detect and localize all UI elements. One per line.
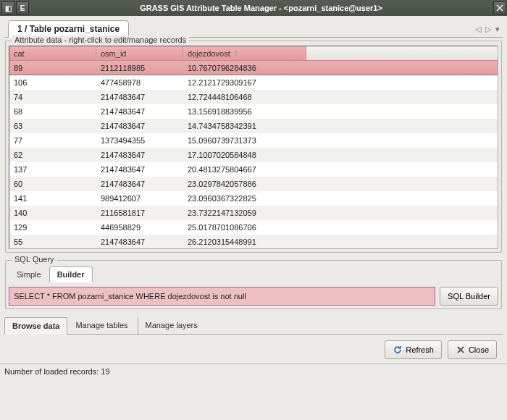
- cell-osm_id: 2147483647: [96, 90, 183, 104]
- cell-osm_id: 1373494355: [96, 133, 183, 148]
- tab-builder[interactable]: Builder: [49, 266, 93, 282]
- attribute-data-panel: Attribute data - right-click to edit/man…: [5, 41, 502, 253]
- table-row[interactable]: 89211211898510.7670796284836: [9, 61, 498, 75]
- tab-next-icon[interactable]: ▷: [485, 25, 491, 34]
- cell-doj: 23.0297842057886: [183, 177, 498, 191]
- table-row[interactable]: 62214748364717.1007020584848: [9, 148, 498, 162]
- cell-cat: 68: [9, 104, 96, 119]
- cell-doj: 10.7670796284836: [183, 61, 498, 75]
- table-header-row: cat osm_id dojezdovost⇧: [9, 46, 498, 61]
- cell-cat: 60: [9, 177, 96, 191]
- sql-query-panel: SQL Query Simple Builder SQL Builder: [5, 260, 502, 309]
- column-header-fill: [306, 46, 498, 60]
- cell-cat: 63: [9, 119, 96, 133]
- cell-doj: 20.4813275804667: [183, 162, 498, 177]
- sql-builder-button[interactable]: SQL Builder: [440, 287, 498, 306]
- cell-doj: 17.1007020584848: [183, 148, 498, 162]
- cell-doj: 25.0178701086706: [183, 220, 498, 235]
- sort-asc-icon: ⇧: [233, 49, 239, 57]
- close-btn-icon: [456, 345, 466, 355]
- table-row[interactable]: 55214748364726.2120315448991: [9, 235, 498, 249]
- cell-cat: 89: [9, 61, 96, 75]
- cell-cat: 140: [9, 206, 96, 220]
- attribute-table[interactable]: cat osm_id dojezdovost⇧ 89211211898510.7…: [9, 46, 498, 249]
- window-restore-icon[interactable]: E: [16, 1, 29, 14]
- cell-osm_id: 2112118985: [96, 61, 183, 75]
- cell-doj: 12.724448106468: [183, 90, 498, 104]
- cell-osm_id: 2147483647: [96, 235, 183, 249]
- cell-cat: 106: [9, 75, 96, 90]
- cell-osm_id: 989412607: [96, 191, 183, 206]
- bottom-tabbar: Browse data Manage tables Manage layers: [4, 316, 503, 335]
- window-title: GRASS GIS Attribute Table Manager - <poz…: [30, 4, 493, 12]
- window-titlebar: ◧ E GRASS GIS Attribute Table Manager - …: [0, 0, 507, 16]
- table-row[interactable]: 68214748364713.156918839956: [9, 104, 498, 119]
- column-header-osm-id[interactable]: osm_id: [96, 46, 183, 60]
- table-row[interactable]: 10647745897812.2121729309167: [9, 75, 498, 90]
- cell-cat: 141: [9, 191, 96, 206]
- table-row[interactable]: 137214748364720.4813275804667: [9, 162, 498, 177]
- tab-nav-controls: ◁ ▷ ▾: [475, 25, 500, 34]
- cell-osm_id: 2147483647: [96, 177, 183, 191]
- close-icon[interactable]: [493, 1, 506, 14]
- status-bar: Number of loaded records: 19: [0, 364, 507, 379]
- tab-manage-tables[interactable]: Manage tables: [67, 316, 135, 334]
- refresh-button[interactable]: Refresh: [385, 340, 442, 359]
- cell-cat: 55: [9, 235, 96, 249]
- sql-legend: SQL Query: [12, 255, 57, 264]
- table-row[interactable]: 63214748364714.7434758342391: [9, 119, 498, 133]
- cell-doj: 14.7434758342391: [183, 119, 498, 133]
- cell-osm_id: 2147483647: [96, 119, 183, 133]
- cell-osm_id: 2147483647: [96, 104, 183, 119]
- tab-simple[interactable]: Simple: [9, 266, 49, 282]
- tab-prev-icon[interactable]: ◁: [475, 25, 481, 34]
- table-row[interactable]: 14198941260723.0960367322825: [9, 191, 498, 206]
- cell-cat: 74: [9, 90, 96, 104]
- cell-osm_id: 477458978: [96, 75, 183, 90]
- cell-doj: 23.0960367322825: [183, 191, 498, 206]
- cell-osm_id: 2147483647: [96, 148, 183, 162]
- column-header-dojezdovost[interactable]: dojezdovost⇧: [183, 46, 306, 60]
- table-row[interactable]: 74214748364712.724448106468: [9, 90, 498, 104]
- action-button-row: Refresh Close: [4, 337, 503, 364]
- cell-osm_id: 2116581817: [96, 206, 183, 220]
- table-row[interactable]: 140211658181723.7322147132059: [9, 206, 498, 220]
- cell-osm_id: 2147483647: [96, 162, 183, 177]
- window-menu-icon[interactable]: ◧: [1, 1, 14, 14]
- cell-cat: 62: [9, 148, 96, 162]
- cell-doj: 15.0960739731373: [183, 133, 498, 148]
- cell-cat: 77: [9, 133, 96, 148]
- cell-doj: 13.156918839956: [183, 104, 498, 119]
- cell-cat: 129: [9, 220, 96, 235]
- column-header-cat[interactable]: cat: [9, 46, 96, 60]
- tab-menu-icon[interactable]: ▾: [495, 25, 500, 34]
- close-button[interactable]: Close: [448, 340, 497, 359]
- refresh-icon: [393, 345, 403, 355]
- table-row[interactable]: 60214748364723.0297842057886: [9, 177, 498, 191]
- tab-browse-data[interactable]: Browse data: [4, 317, 67, 335]
- attribute-legend: Attribute data - right-click to edit/man…: [12, 35, 189, 44]
- tab-manage-layers[interactable]: Manage layers: [138, 316, 206, 334]
- cell-cat: 137: [9, 162, 96, 177]
- sql-tabbar: Simple Builder: [9, 266, 498, 282]
- table-row[interactable]: 77137349435515.0960739731373: [9, 133, 498, 148]
- cell-doj: 26.2120315448991: [183, 235, 498, 249]
- cell-osm_id: 446958829: [96, 220, 183, 235]
- cell-doj: 12.2121729309167: [183, 75, 498, 90]
- table-row[interactable]: 12944695882925.0178701086706: [9, 220, 498, 235]
- sql-input[interactable]: [9, 287, 435, 306]
- cell-doj: 23.7322147132059: [183, 206, 498, 220]
